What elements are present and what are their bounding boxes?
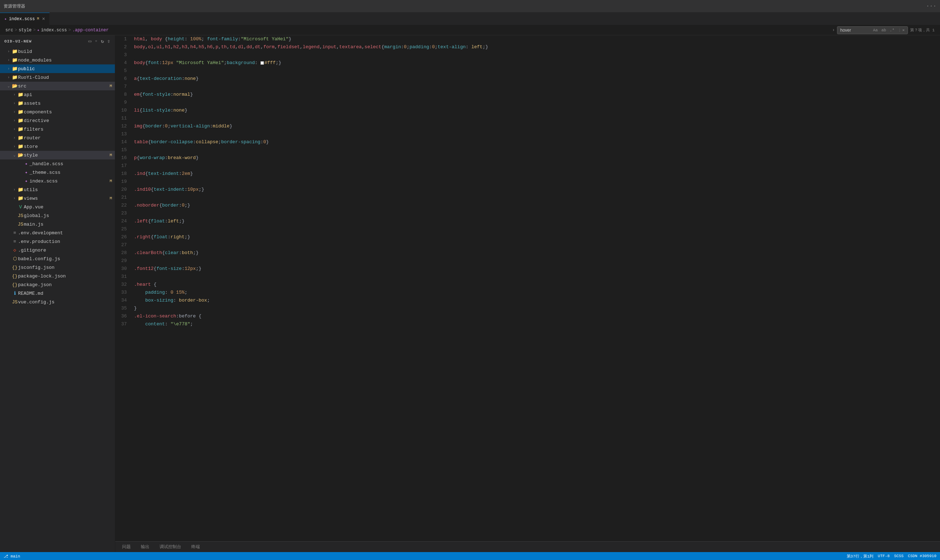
status-csdn[interactable]: CSDN #305910 bbox=[908, 554, 936, 558]
search-bar[interactable]: Aa ab .* | ✕ bbox=[837, 26, 908, 34]
breadcrumb-bar: src > style > ✦ index.scss > .app-contai… bbox=[0, 25, 940, 35]
search-input[interactable] bbox=[840, 28, 869, 33]
js-icon: JS bbox=[12, 300, 18, 305]
sidebar-label-babel-config: babel.config.js bbox=[18, 256, 115, 262]
sidebar-item-babel-config[interactable]: › ⬡ babel.config.js bbox=[0, 254, 115, 263]
sidebar-item-main-js[interactable]: › JS main.js bbox=[0, 220, 115, 229]
sidebar-item-readme[interactable]: › ℹ README.md bbox=[0, 289, 115, 298]
sidebar-item-assets[interactable]: › 📁 assets bbox=[0, 99, 115, 108]
folder-icon: 📁 bbox=[17, 92, 24, 97]
json-icon: {} bbox=[12, 265, 18, 270]
code-line-36: .el-icon-search:before { bbox=[134, 312, 940, 320]
title-bar-menu[interactable]: ··· bbox=[926, 3, 936, 9]
sidebar-item-package-lock[interactable]: › {} package-lock.json bbox=[0, 272, 115, 280]
code-line-21 bbox=[134, 194, 940, 202]
json-icon: {} bbox=[12, 274, 18, 279]
sidebar-label-gitignore: .gitignore bbox=[18, 248, 115, 253]
code-container[interactable]: 12345 678910 1112131415 1617181920 21222… bbox=[115, 35, 940, 541]
sidebar-item-store[interactable]: › 📁 store bbox=[0, 142, 115, 151]
status-line-col[interactable]: 第37行，第1列 bbox=[847, 554, 874, 559]
search-options: Aa ab .* | ✕ bbox=[872, 28, 905, 33]
sidebar-item-directive[interactable]: › 📁 directive bbox=[0, 116, 115, 125]
breadcrumb-src[interactable]: src bbox=[5, 28, 13, 33]
sidebar-label-jsconfig: jsconfig.json bbox=[18, 265, 115, 270]
scss-icon: ✦ bbox=[23, 161, 29, 167]
sidebar-item-global-js[interactable]: › JS global.js bbox=[0, 211, 115, 220]
tab-problems[interactable]: 问题 bbox=[121, 544, 132, 550]
sidebar-item-public[interactable]: › 📁 public bbox=[0, 65, 115, 73]
code-line-11 bbox=[134, 114, 940, 122]
js-icon: JS bbox=[17, 213, 24, 218]
sidebar-item-src[interactable]: ⌄ 📂 src M bbox=[0, 82, 115, 90]
status-lang[interactable]: SCSS bbox=[894, 554, 903, 558]
status-encoding[interactable]: UTF-8 bbox=[878, 554, 889, 558]
editor-area: 12345 678910 1112131415 1617181920 21222… bbox=[115, 35, 940, 552]
sidebar-label-main-js: main.js bbox=[24, 222, 115, 227]
regex-button[interactable]: .* bbox=[889, 28, 895, 33]
sidebar-item-utils[interactable]: › 📁 utils bbox=[0, 185, 115, 194]
whole-word-button[interactable]: ab bbox=[880, 28, 887, 33]
sidebar-item-style[interactable]: ⌄ 📂 style M bbox=[0, 151, 115, 160]
sidebar-item-gitignore[interactable]: › ◇ .gitignore bbox=[0, 246, 115, 254]
sidebar-item-node-modules[interactable]: › 📁 node_modules bbox=[0, 56, 115, 65]
code-line-28: .clearBoth{clear:both;} bbox=[134, 249, 940, 257]
sidebar-item-router[interactable]: › 📁 router bbox=[0, 134, 115, 142]
sidebar-item-ruoyi-cloud[interactable]: › 📁 RuoYi-Cloud bbox=[0, 73, 115, 82]
scss-icon: ✦ bbox=[23, 169, 29, 175]
sidebar-label-handle-scss: _handle.scss bbox=[29, 161, 115, 167]
folder-icon: 📁 bbox=[12, 57, 18, 63]
breadcrumb-file[interactable]: index.scss bbox=[41, 28, 67, 33]
tab-index-scss[interactable]: ✦ index.scss M × bbox=[0, 12, 50, 25]
collapse-icon[interactable]: ⇧ bbox=[107, 38, 111, 44]
md-icon: ℹ bbox=[12, 291, 18, 296]
sidebar-label-router: router bbox=[24, 135, 115, 141]
sidebar-item-app-vue[interactable]: › V App.vue bbox=[0, 203, 115, 211]
breadcrumb-path: src > style > ✦ index.scss > .app-contai… bbox=[5, 28, 109, 33]
tab-output[interactable]: 输出 bbox=[139, 544, 151, 550]
index-scss-modified-badge: M bbox=[109, 179, 112, 183]
sidebar-item-env-dev[interactable]: › ≡ .env.development bbox=[0, 229, 115, 237]
new-file-icon[interactable]: ▭ bbox=[88, 38, 91, 44]
status-branch[interactable]: ⎇ main bbox=[4, 554, 20, 558]
new-folder-icon[interactable]: ▫ bbox=[95, 38, 98, 44]
sidebar-item-vue-config[interactable]: › JS vue.config.js bbox=[0, 298, 115, 306]
sidebar-item-package-json[interactable]: › {} package.json bbox=[0, 280, 115, 289]
code-line-22: .noborder{border:0;} bbox=[134, 202, 940, 209]
sidebar-item-views[interactable]: › 📁 views M bbox=[0, 194, 115, 203]
sidebar-item-jsconfig[interactable]: › {} jsconfig.json bbox=[0, 263, 115, 272]
sidebar-item-api[interactable]: › 📁 api bbox=[0, 90, 115, 99]
code-line-17 bbox=[134, 162, 940, 170]
chevron-right-icon[interactable]: › bbox=[832, 28, 835, 33]
refresh-icon[interactable]: ↻ bbox=[101, 38, 104, 44]
search-widget: › Aa ab .* | ✕ 第？项，共 1 bbox=[832, 26, 935, 34]
code-line-24: .left{float:left;} bbox=[134, 217, 940, 225]
sidebar-item-handle-scss[interactable]: › ✦ _handle.scss bbox=[0, 160, 115, 168]
match-case-button[interactable]: Aa bbox=[872, 28, 879, 33]
sidebar-item-index-scss[interactable]: › ✦ index.scss M bbox=[0, 177, 115, 185]
tab-terminal[interactable]: 终端 bbox=[190, 544, 201, 550]
sidebar-item-build[interactable]: › 📁 build bbox=[0, 47, 115, 56]
tab-debug-console[interactable]: 调试控制台 bbox=[158, 544, 183, 550]
sidebar-label-public: public bbox=[18, 66, 115, 72]
vue-icon: V bbox=[17, 205, 24, 210]
env-icon: ≡ bbox=[12, 239, 18, 245]
js-icon: JS bbox=[17, 222, 24, 227]
folder-icon: 📁 bbox=[17, 135, 24, 141]
sidebar-item-filters[interactable]: › 📁 filters bbox=[0, 125, 115, 134]
sidebar-item-components[interactable]: › 📁 components bbox=[0, 108, 115, 116]
code-line-16: p{word-wrap:break-word} bbox=[134, 154, 940, 162]
code-content[interactable]: html, body {height: 100%; font-family:"M… bbox=[133, 35, 940, 541]
search-nav-prev[interactable]: ✕ bbox=[902, 28, 905, 32]
breadcrumb-style[interactable]: style bbox=[19, 28, 32, 33]
code-line-12: img{border:0;vertical-align:middle} bbox=[134, 122, 940, 130]
tab-close-button[interactable]: × bbox=[42, 16, 45, 22]
sidebar-item-env-prod[interactable]: › ≡ .env.production bbox=[0, 237, 115, 246]
sidebar-item-theme-scss[interactable]: › ✦ _theme.scss bbox=[0, 168, 115, 177]
folder-open-icon: 📂 bbox=[17, 152, 24, 158]
scss-icon: ✦ bbox=[23, 178, 29, 184]
sidebar-label-vue-config: vue.config.js bbox=[18, 300, 115, 305]
breadcrumb-class[interactable]: .app-container bbox=[72, 28, 109, 33]
code-line-34: box-sizing: border-box; bbox=[134, 297, 940, 305]
sidebar-label-directive: directive bbox=[24, 118, 115, 123]
code-line-14: table{border-collapse:collapse;border-sp… bbox=[134, 138, 940, 146]
